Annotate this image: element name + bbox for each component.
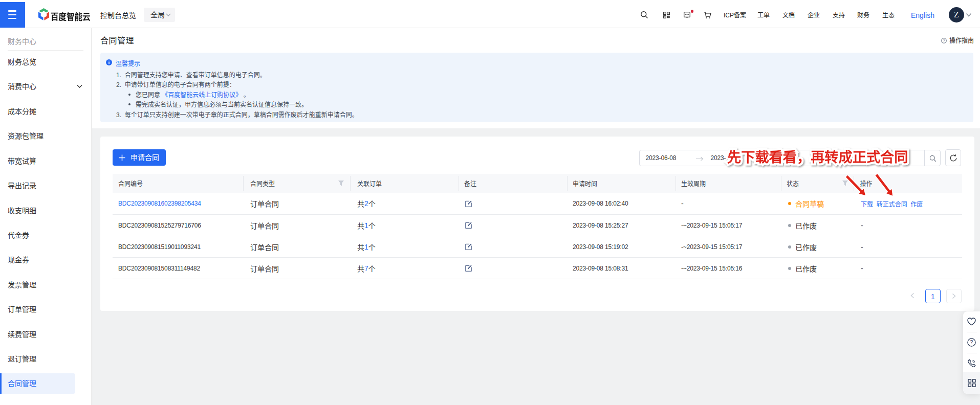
svg-text:?: ? — [943, 38, 945, 43]
svg-text:?: ? — [970, 339, 973, 345]
svg-text:先下载看看，再转成正式合同: 先下载看看，再转成正式合同 — [727, 149, 908, 165]
